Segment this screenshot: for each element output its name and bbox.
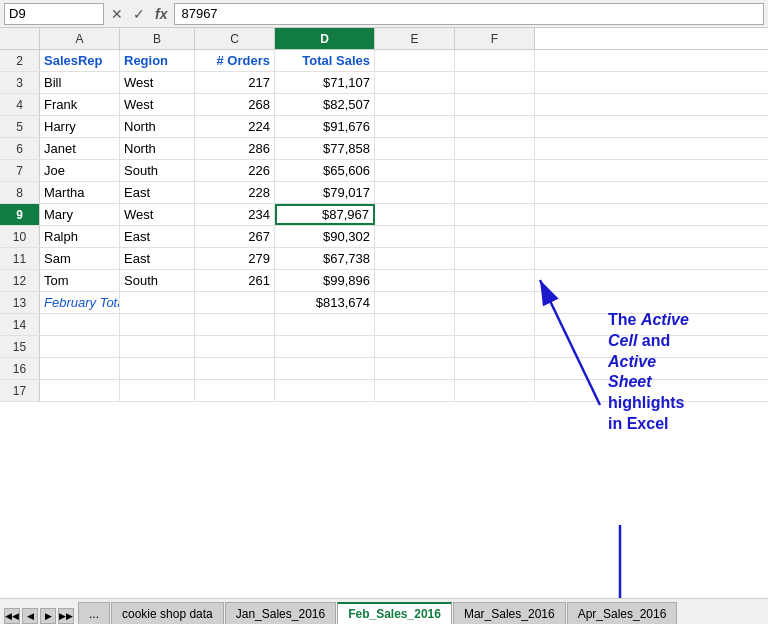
cell-D11[interactable]: $67,738 [275, 248, 375, 269]
cell-E11[interactable] [375, 248, 455, 269]
row-num-13[interactable]: 13 [0, 292, 40, 313]
cell-E7[interactable] [375, 160, 455, 181]
row-num-14[interactable]: 14 [0, 314, 40, 335]
cell-A2[interactable]: SalesRep [40, 50, 120, 71]
cell-B17[interactable] [120, 380, 195, 401]
name-box[interactable]: D9 [4, 3, 104, 25]
cell-E6[interactable] [375, 138, 455, 159]
row-num-7[interactable]: 7 [0, 160, 40, 181]
cell-D7[interactable]: $65,606 [275, 160, 375, 181]
cell-D14[interactable] [275, 314, 375, 335]
cell-B2[interactable]: Region [120, 50, 195, 71]
cell-A8[interactable]: Martha [40, 182, 120, 203]
cell-C15[interactable] [195, 336, 275, 357]
row-num-17[interactable]: 17 [0, 380, 40, 401]
col-header-B[interactable]: B [120, 28, 195, 49]
cell-F3[interactable] [455, 72, 535, 93]
cell-C4[interactable]: 268 [195, 94, 275, 115]
row-num-2[interactable]: 2 [0, 50, 40, 71]
cell-E15[interactable] [375, 336, 455, 357]
row-num-5[interactable]: 5 [0, 116, 40, 137]
cell-A9[interactable]: Mary [40, 204, 120, 225]
cell-F2[interactable] [455, 50, 535, 71]
tab-feb-sales-2016[interactable]: Feb_Sales_2016 [337, 602, 452, 624]
cell-E14[interactable] [375, 314, 455, 335]
cell-C12[interactable]: 261 [195, 270, 275, 291]
cell-A16[interactable] [40, 358, 120, 379]
cell-E3[interactable] [375, 72, 455, 93]
function-icon[interactable]: fx [152, 6, 170, 22]
cell-A6[interactable]: Janet [40, 138, 120, 159]
cell-D12[interactable]: $99,896 [275, 270, 375, 291]
row-num-11[interactable]: 11 [0, 248, 40, 269]
cell-C2[interactable]: # Orders [195, 50, 275, 71]
cell-A4[interactable]: Frank [40, 94, 120, 115]
cell-F17[interactable] [455, 380, 535, 401]
cell-C16[interactable] [195, 358, 275, 379]
cell-D6[interactable]: $77,858 [275, 138, 375, 159]
row-num-3[interactable]: 3 [0, 72, 40, 93]
cell-C14[interactable] [195, 314, 275, 335]
cell-B12[interactable]: South [120, 270, 195, 291]
cell-F4[interactable] [455, 94, 535, 115]
cell-B13[interactable] [120, 292, 195, 313]
cell-B8[interactable]: East [120, 182, 195, 203]
tab-mar-sales-2016[interactable]: Mar_Sales_2016 [453, 602, 566, 624]
cell-F5[interactable] [455, 116, 535, 137]
row-num-9[interactable]: 9 [0, 204, 40, 225]
cell-C8[interactable]: 228 [195, 182, 275, 203]
col-header-F[interactable]: F [455, 28, 535, 49]
cell-E4[interactable] [375, 94, 455, 115]
tab-nav-next[interactable]: ▶ [40, 608, 56, 624]
cell-E17[interactable] [375, 380, 455, 401]
cell-F16[interactable] [455, 358, 535, 379]
cell-C13[interactable] [195, 292, 275, 313]
row-num-8[interactable]: 8 [0, 182, 40, 203]
cell-A5[interactable]: Harry [40, 116, 120, 137]
row-num-15[interactable]: 15 [0, 336, 40, 357]
cell-A14[interactable] [40, 314, 120, 335]
cell-B14[interactable] [120, 314, 195, 335]
cell-B10[interactable]: East [120, 226, 195, 247]
tab-nav-first[interactable]: ◀◀ [4, 608, 20, 624]
tab-nav-last[interactable]: ▶▶ [58, 608, 74, 624]
cell-F14[interactable] [455, 314, 535, 335]
cell-E12[interactable] [375, 270, 455, 291]
cell-E8[interactable] [375, 182, 455, 203]
cell-F13[interactable] [455, 292, 535, 313]
row-num-6[interactable]: 6 [0, 138, 40, 159]
row-num-16[interactable]: 16 [0, 358, 40, 379]
cancel-icon[interactable]: ✕ [108, 6, 126, 22]
cell-A17[interactable] [40, 380, 120, 401]
cell-E13[interactable] [375, 292, 455, 313]
tab-nav-prev[interactable]: ◀ [22, 608, 38, 624]
cell-C7[interactable]: 226 [195, 160, 275, 181]
cell-C6[interactable]: 286 [195, 138, 275, 159]
cell-F6[interactable] [455, 138, 535, 159]
col-header-C[interactable]: C [195, 28, 275, 49]
row-num-12[interactable]: 12 [0, 270, 40, 291]
cell-E9[interactable] [375, 204, 455, 225]
cell-D9[interactable]: $87,967 [275, 204, 375, 225]
row-num-4[interactable]: 4 [0, 94, 40, 115]
cell-F8[interactable] [455, 182, 535, 203]
cell-E5[interactable] [375, 116, 455, 137]
cell-B4[interactable]: West [120, 94, 195, 115]
col-header-E[interactable]: E [375, 28, 455, 49]
cell-B7[interactable]: South [120, 160, 195, 181]
cell-A10[interactable]: Ralph [40, 226, 120, 247]
col-header-A[interactable]: A [40, 28, 120, 49]
cell-F15[interactable] [455, 336, 535, 357]
cell-B16[interactable] [120, 358, 195, 379]
cell-C10[interactable]: 267 [195, 226, 275, 247]
cell-D13[interactable]: $813,674 [275, 292, 375, 313]
cell-A12[interactable]: Tom [40, 270, 120, 291]
cell-C17[interactable] [195, 380, 275, 401]
formula-input[interactable]: 87967 [174, 3, 764, 25]
cell-F10[interactable] [455, 226, 535, 247]
cell-F9[interactable] [455, 204, 535, 225]
cell-C11[interactable]: 279 [195, 248, 275, 269]
cell-B11[interactable]: East [120, 248, 195, 269]
cell-B3[interactable]: West [120, 72, 195, 93]
cell-C5[interactable]: 224 [195, 116, 275, 137]
